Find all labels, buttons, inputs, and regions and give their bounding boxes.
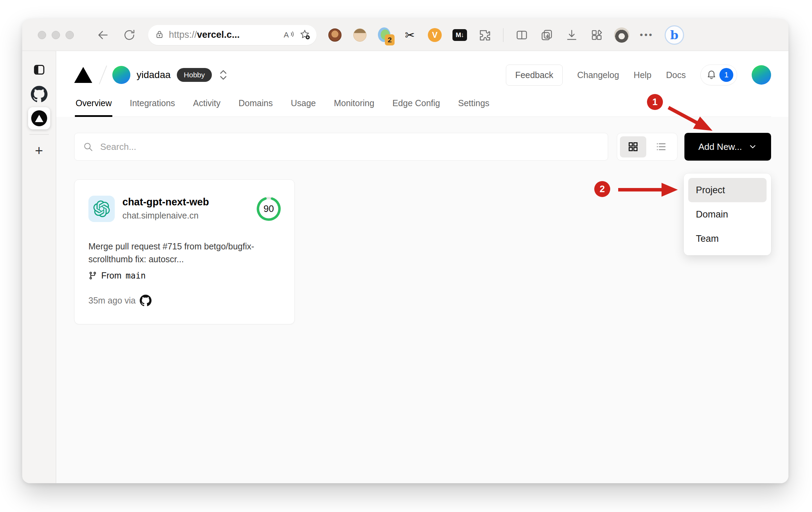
vercel-logo[interactable]: [74, 67, 92, 83]
collections-icon[interactable]: [539, 27, 555, 43]
docs-link[interactable]: Docs: [666, 70, 686, 80]
tab-usage[interactable]: Usage: [290, 93, 317, 117]
list-view-icon: [655, 141, 667, 153]
apps-launcher-icon[interactable]: [589, 27, 605, 43]
v-extension-icon[interactable]: V: [427, 27, 443, 43]
changelog-link[interactable]: Changelog: [577, 70, 619, 80]
chevron-down-icon: [748, 142, 757, 151]
tab-domains[interactable]: Domains: [238, 93, 274, 117]
search-input[interactable]: [100, 142, 599, 152]
user-avatar[interactable]: [752, 65, 771, 85]
openai-project-icon: [88, 196, 115, 222]
url-text: https://vercel.c...: [169, 29, 278, 40]
svg-text:A: A: [284, 30, 289, 39]
menu-item-team[interactable]: Team: [688, 227, 767, 251]
github-source-icon: [140, 295, 152, 306]
back-icon[interactable]: [95, 27, 111, 43]
team-avatar[interactable]: [112, 66, 130, 84]
tab-strip-divider: [29, 134, 49, 135]
tab-monitoring[interactable]: Monitoring: [333, 93, 375, 117]
github-tab-icon[interactable]: [28, 83, 50, 105]
lighthouse-score-ring[interactable]: 90: [256, 196, 282, 222]
vercel-active-tab[interactable]: [28, 107, 50, 129]
extension-area: 2 ✂ V M↓ ••• b: [327, 27, 685, 43]
tab-edge-config[interactable]: Edge Config: [392, 93, 441, 117]
dashboard-header: yidadaa Hobby Feedback Changelog Help Do…: [56, 51, 788, 117]
close-window-button[interactable]: [38, 31, 46, 39]
grid-view-button[interactable]: [620, 136, 646, 157]
add-new-button[interactable]: Add New...: [684, 133, 771, 161]
menu-item-project[interactable]: Project: [688, 178, 767, 202]
tab-integrations[interactable]: Integrations: [129, 93, 176, 117]
toolbar-divider: [503, 28, 503, 42]
lock-icon: [155, 30, 164, 40]
deploy-time: 35m ago via: [88, 296, 136, 306]
tampermonkey-extension-icon[interactable]: [327, 27, 343, 43]
downloads-icon[interactable]: [564, 27, 580, 43]
split-screen-icon[interactable]: [514, 27, 530, 43]
git-branch-icon: [88, 271, 97, 280]
breadcrumb-slash: [99, 66, 107, 85]
zoom-window-button[interactable]: [66, 31, 74, 39]
grid-view-icon: [627, 141, 639, 153]
extensions-puzzle-icon[interactable]: [477, 27, 493, 43]
project-card[interactable]: chat-gpt-next-web chat.simplenaive.cn 90…: [74, 179, 295, 324]
feedback-button[interactable]: Feedback: [506, 65, 563, 86]
score-value: 90: [256, 196, 282, 222]
team-name: yidadaa: [137, 69, 171, 80]
search-icon: [83, 142, 93, 152]
tab-activity[interactable]: Activity: [192, 93, 221, 117]
tab-panel-toggle-icon[interactable]: [28, 59, 50, 81]
avatar-extension-icon[interactable]: [352, 27, 368, 43]
notifications-button[interactable]: 1: [700, 65, 737, 85]
markdown-download-extension-icon[interactable]: M↓: [452, 27, 468, 43]
menu-item-domain[interactable]: Domain: [688, 202, 767, 227]
branch-name: main: [126, 271, 146, 281]
refresh-icon[interactable]: [122, 27, 137, 43]
browser-toolbar: https://vercel.c... A 2 ✂ V M↓: [22, 19, 788, 51]
tab-overview[interactable]: Overview: [75, 93, 112, 117]
clipper-extension-icon[interactable]: ✂: [402, 27, 418, 43]
project-search: [74, 133, 608, 161]
bing-chat-icon[interactable]: b: [664, 27, 685, 43]
add-new-dropdown: Project Domain Team: [684, 173, 771, 255]
project-domain[interactable]: chat.simplenaive.cn: [122, 211, 256, 221]
view-toggle: [617, 133, 677, 161]
extension-badge: 2: [385, 34, 395, 45]
team-switcher-icon[interactable]: [219, 70, 228, 80]
read-aloud-icon[interactable]: A: [283, 29, 294, 41]
session-extension-icon[interactable]: 2: [377, 27, 393, 43]
dashboard-nav-tabs: Overview Integrations Activity Domains U…: [74, 93, 771, 117]
plan-badge: Hobby: [177, 68, 212, 82]
tab-settings[interactable]: Settings: [457, 93, 490, 117]
help-link[interactable]: Help: [634, 70, 651, 80]
address-bar[interactable]: https://vercel.c... A: [148, 25, 317, 45]
notification-count-badge: 1: [719, 68, 733, 82]
favorite-star-icon[interactable]: [299, 29, 310, 41]
vercel-favicon: [31, 110, 47, 126]
window-controls: [38, 31, 74, 39]
list-view-button[interactable]: [648, 136, 674, 157]
minimize-window-button[interactable]: [52, 31, 60, 39]
browser-window: https://vercel.c... A 2 ✂ V M↓: [22, 19, 788, 483]
vercel-dashboard-page: yidadaa Hobby Feedback Changelog Help Do…: [56, 51, 788, 483]
from-label: From: [101, 271, 121, 281]
project-name[interactable]: chat-gpt-next-web: [122, 196, 256, 208]
commit-message: Merge pull request #715 from betgo/bugfi…: [88, 240, 264, 266]
projects-content: Add New... chat-gpt-next-web chat.simple…: [56, 117, 788, 483]
vertical-tab-strip: +: [22, 51, 56, 483]
profile-avatar[interactable]: [614, 27, 630, 43]
new-tab-button[interactable]: +: [28, 139, 50, 162]
bell-icon: [706, 69, 717, 81]
more-menu-icon[interactable]: •••: [639, 27, 655, 43]
